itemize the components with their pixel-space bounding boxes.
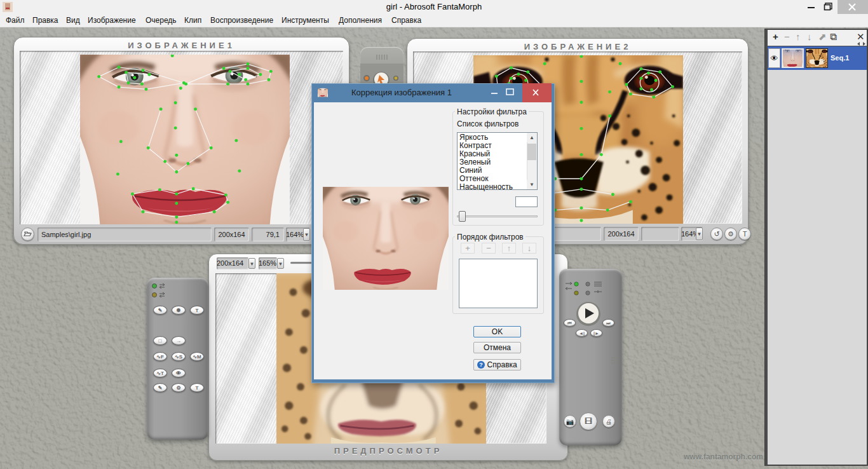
svg-text:?: ? bbox=[480, 362, 484, 368]
